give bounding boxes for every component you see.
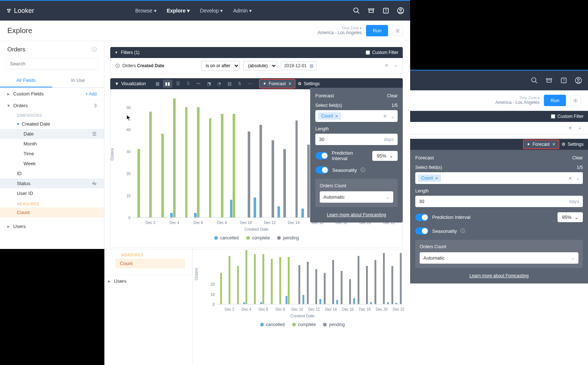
settings-tab[interactable]: ⚙Settings [298, 81, 320, 86]
users-section[interactable]: ▸Users [0, 220, 104, 232]
field-user-id[interactable]: User ID [0, 188, 104, 198]
run-button[interactable]: Run [544, 95, 566, 106]
gear-button[interactable] [392, 26, 403, 36]
field-created-date[interactable]: ▾Created Date [0, 119, 104, 129]
viz-scatter-icon[interactable]: ⠿ [183, 80, 193, 88]
measures-header: MEASURES [0, 198, 104, 207]
clear-icon[interactable]: ✕ [568, 176, 572, 181]
filter-date-input[interactable]: 2019-12-01▦ [281, 61, 317, 70]
user-icon[interactable] [575, 77, 582, 84]
prediction-interval-toggle[interactable] [315, 152, 328, 159]
chevron-down-icon[interactable]: ⌄ [391, 113, 395, 119]
marketplace-icon[interactable] [545, 77, 553, 84]
tab-all-fields[interactable]: All Fields [0, 74, 52, 87]
measure-count[interactable]: Count [115, 259, 185, 268]
chart-legend: cancelled complete pending [198, 319, 406, 330]
nav-explore[interactable]: Explore ▾ [167, 8, 190, 14]
nav-browse[interactable]: Browse ▾ [135, 8, 157, 14]
forecast-field-select[interactable]: Count✕ ✕⌄ [315, 110, 398, 122]
forecast-field-select[interactable]: Count✕ ✕⌄ [415, 172, 583, 184]
forecast-length-input[interactable]: 30days [415, 196, 583, 207]
viz-map-icon[interactable]: ▧ [225, 80, 234, 88]
field-id[interactable]: ID [0, 169, 104, 178]
filter-abs-select[interactable]: (absolute) [243, 61, 277, 71]
viz-single-icon[interactable]: 6 [235, 80, 244, 88]
timezone[interactable]: Time Zone ▾ America - Los Angeles [495, 96, 539, 105]
custom-filter-toggle[interactable]: Custom Filter [366, 50, 398, 55]
svg-point-16 [578, 79, 580, 80]
clear-icon[interactable]: ✕ [383, 113, 387, 119]
prediction-pct-select[interactable]: 95%⌄ [372, 151, 398, 161]
viz-line-icon[interactable]: 〜 [194, 80, 203, 88]
close-icon[interactable]: ✕ [288, 81, 292, 86]
field-week[interactable]: Week [0, 159, 104, 169]
nav-develop[interactable]: Develop ▾ [200, 8, 223, 14]
seasonality-toggle[interactable] [315, 166, 329, 174]
viz-pie-icon[interactable]: ◔ [214, 80, 224, 88]
timezone[interactable]: Time Zone ▾ America - Los Angeles [318, 26, 362, 35]
info-icon[interactable]: ⓘ [92, 46, 97, 53]
prediction-pct-select[interactable]: 95%⌄ [557, 212, 583, 222]
viz-title[interactable]: Visualization [121, 81, 146, 86]
chip-remove-icon[interactable]: ✕ [435, 176, 438, 180]
forecast-clear[interactable]: Clear [572, 155, 583, 160]
prediction-interval-toggle[interactable] [415, 214, 429, 221]
viz-area-icon[interactable]: ⬔ [204, 80, 214, 88]
measure-count[interactable]: Count [0, 207, 104, 217]
top-nav: Looker Browse ▾ Explore ▾ Develop ▾ Admi… [0, 0, 410, 21]
pivot-icon: ⇄ [91, 180, 98, 187]
add-custom-field[interactable]: + Add [85, 91, 97, 97]
logo: Looker [6, 7, 34, 15]
remove-filter-icon[interactable]: ✕ [568, 125, 572, 131]
seasonality-mode-select[interactable]: Automatic⌄ [320, 191, 393, 203]
viz-table-icon[interactable]: ▦ [153, 80, 162, 88]
user-icon[interactable] [397, 7, 404, 14]
marketplace-icon[interactable] [368, 7, 375, 14]
users-section[interactable]: ▸Users [104, 275, 192, 287]
filter-op-select[interactable]: is on or after [201, 61, 240, 71]
filters-bar[interactable]: ▼Filters (1) Custom Filter [110, 47, 403, 58]
help-icon[interactable]: ⓘ [460, 228, 465, 234]
forecast-tab[interactable]: ✦Forecast✕ [259, 79, 295, 88]
run-button[interactable]: Run [366, 25, 388, 36]
field-time[interactable]: Time [0, 149, 104, 159]
svg-text:?: ? [385, 9, 387, 13]
svg-point-0 [7, 9, 8, 10]
search-icon[interactable] [353, 7, 360, 14]
filter-icon: ☰ [92, 131, 97, 137]
seasonality-toggle[interactable] [415, 227, 429, 235]
chip-remove-icon[interactable]: ✕ [335, 114, 338, 118]
settings-tab[interactable]: ⚙Settings [562, 142, 584, 147]
svg-point-2 [8, 11, 10, 12]
help-icon[interactable]: ? [560, 77, 567, 84]
viz-column-icon[interactable]: ☰ [173, 80, 183, 88]
chevron-down-icon[interactable]: ⌄ [576, 176, 580, 181]
add-filter-icon[interactable]: ＋ [394, 63, 398, 69]
forecast-title: Forecast [315, 93, 334, 98]
forecast-length-input[interactable]: 30days [315, 134, 398, 145]
gear-button[interactable] [570, 95, 581, 106]
custom-fields-section[interactable]: ▸Custom Fields + Add [0, 88, 104, 100]
filters-bar[interactable]: Custom Filter [410, 111, 588, 122]
remove-filter-icon[interactable]: ✕ [385, 63, 388, 69]
forecast-tab[interactable]: ✦Forecast✕ [523, 140, 559, 149]
field-status[interactable]: Status⇄ [0, 178, 104, 188]
tab-in-use[interactable]: In Use [52, 74, 104, 87]
forecast-clear[interactable]: Clear [387, 93, 398, 98]
seasonality-mode-select[interactable]: Automatic⌄ [420, 252, 578, 264]
nav-admin[interactable]: Admin ▾ [233, 8, 252, 14]
forecast-learn-link[interactable]: Learn more about Forecasting [315, 212, 398, 217]
field-month[interactable]: Month [0, 139, 104, 149]
search-icon[interactable] [531, 77, 538, 84]
add-filter-icon[interactable]: ＋ [577, 125, 582, 131]
close-icon[interactable]: ✕ [552, 142, 556, 147]
orders-section[interactable]: ▾Orders 3 [0, 100, 104, 111]
viz-bar-icon[interactable]: ▮▮ [163, 80, 172, 88]
field-date[interactable]: Date☰ [0, 129, 104, 139]
help-icon[interactable]: ⓘ [361, 167, 365, 173]
viz-more-icon[interactable]: ⋯ [245, 80, 255, 88]
forecast-learn-link[interactable]: Learn more about Forecasting [415, 273, 583, 278]
custom-filter-toggle[interactable]: Custom Filter [551, 114, 584, 119]
help-icon[interactable]: ? [382, 7, 390, 14]
search-input[interactable] [6, 58, 98, 69]
